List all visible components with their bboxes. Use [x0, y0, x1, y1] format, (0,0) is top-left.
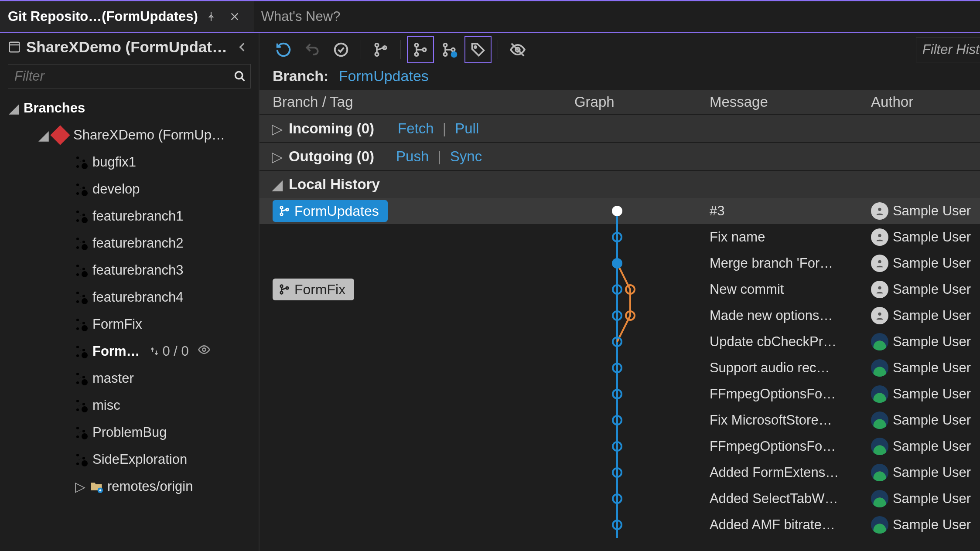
commit-row[interactable]: Added AMF bitrate…Sample User7/21/2023…	[260, 512, 980, 538]
commit-row[interactable]: Added SelectTabW…Sample User7/21/2023…	[260, 486, 980, 512]
undo-icon[interactable]	[299, 36, 326, 63]
sync-link[interactable]: Sync	[450, 148, 482, 165]
branch-item[interactable]: FormFix	[0, 311, 259, 338]
tab-title: Git Reposito…(FormUpdates)	[8, 9, 198, 24]
caret-right-icon: ▷	[272, 120, 283, 137]
filter-input[interactable]	[8, 68, 229, 84]
branch-chip[interactable]: FormUpdates	[273, 200, 388, 222]
commit-row[interactable]: Fix MicrosoftStore…Sample User7/22/2023…	[260, 407, 980, 433]
commit-author: Sample User	[871, 202, 980, 220]
incoming-section[interactable]: ▷ Incoming (0) Fetch | Pull	[260, 115, 980, 142]
branch-value[interactable]: FormUpdates	[339, 68, 429, 84]
eye-icon	[198, 343, 211, 360]
commit-message: Fix MicrosoftStore…	[710, 412, 871, 428]
content-panel: Filter History Branch: FormUpdates Branc…	[260, 33, 980, 551]
chip-label: FormFix	[294, 282, 345, 298]
push-link[interactable]: Push	[396, 148, 429, 165]
commit-row[interactable]: Added FormExtens…Sample User7/21/2023…	[260, 459, 980, 486]
branch-graph-icon[interactable]	[407, 36, 434, 63]
commit-author: Sample User	[871, 464, 980, 481]
avatar-icon	[871, 438, 888, 455]
filter-history-input[interactable]: Filter History	[916, 37, 980, 62]
commit-message: New commit	[710, 282, 871, 297]
col-graph[interactable]: Graph	[574, 94, 710, 110]
branches-node[interactable]: ◢ Branches	[0, 95, 259, 122]
remotes-label: remotes/origin	[107, 479, 193, 494]
commit-row[interactable]: FFmpegOptionsFo…Sample User7/22/2023…	[260, 381, 980, 407]
commit-author: Sample User	[871, 307, 980, 324]
svg-point-41	[878, 286, 881, 289]
branch-item[interactable]: featurebranch1	[0, 203, 259, 230]
branch-item[interactable]: featurebranch2	[0, 230, 259, 257]
col-message[interactable]: Message	[710, 94, 871, 110]
commit-row[interactable]: Fix nameSample User8/14/2023…	[260, 224, 980, 250]
avatar-icon	[871, 281, 888, 298]
commit-message: Added AMF bitrate…	[710, 517, 871, 533]
branch-icon	[75, 264, 88, 277]
back-chevron-icon[interactable]	[232, 37, 253, 57]
svg-point-12	[444, 53, 447, 56]
sidebar: ShareXDemo (FormUpdat… ◢ Branches ◢ Shar…	[0, 33, 260, 551]
fetch-link[interactable]: Fetch	[398, 120, 434, 137]
svg-rect-0	[10, 42, 20, 52]
branch-item[interactable]: bugfix1	[0, 149, 259, 176]
branch-single-icon[interactable]	[367, 36, 394, 63]
commit-row[interactable]: FFmpegOptionsFo…Sample User7/22/2023…	[260, 433, 980, 459]
eye-off-icon[interactable]	[504, 36, 531, 63]
tag-icon[interactable]	[464, 36, 492, 63]
avatar-icon	[871, 385, 888, 403]
branch-label: Form…	[92, 344, 140, 359]
outgoing-section[interactable]: ▷ Outgoing (0) Push | Sync	[260, 143, 980, 170]
close-icon[interactable]	[224, 6, 245, 27]
commit-row[interactable]: Update cbCheckPr…Sample User7/30/2023…	[260, 329, 980, 355]
branch-tree: ◢ Branches ◢ ShareXDemo (FormUp… bugfix1…	[0, 92, 259, 551]
pin-icon[interactable]	[201, 6, 222, 27]
commit-row[interactable]: Made new options…Sample User8/10/2023…	[260, 303, 980, 329]
branch-item[interactable]: misc	[0, 392, 259, 419]
branch-label: featurebranch4	[92, 289, 184, 305]
commit-author: Sample User	[871, 438, 980, 455]
commit-row[interactable]: FormFixNew commitSample User8/10/2023…	[260, 276, 980, 303]
commit-message: Fix name	[710, 229, 871, 245]
grid-header: Branch / Tag Graph Message Author Date	[260, 90, 980, 114]
branch-item[interactable]: develop	[0, 176, 259, 203]
branch-item[interactable]: SideExploration	[0, 446, 259, 473]
branch-chip[interactable]: FormFix	[273, 279, 354, 300]
tab-git-repository[interactable]: Git Reposito…(FormUpdates)	[0, 1, 253, 32]
col-branch-tag[interactable]: Branch / Tag	[273, 94, 574, 110]
check-circle-icon[interactable]	[328, 36, 355, 63]
commit-row[interactable]: FormUpdates#3Sample User8/18/2023…	[260, 198, 980, 224]
svg-point-9	[415, 53, 418, 56]
tab-whats-new[interactable]: What's New?	[253, 1, 348, 32]
branch-icon	[75, 237, 88, 250]
commit-row[interactable]: Support audio rec…Sample User7/23/2023…	[260, 355, 980, 381]
branch-remote-icon[interactable]	[436, 36, 463, 63]
branch-item[interactable]: featurebranch4	[0, 284, 259, 311]
filter-box[interactable]	[8, 64, 251, 88]
refresh-icon[interactable]	[270, 36, 297, 63]
avatar-icon	[871, 202, 888, 220]
pull-link[interactable]: Pull	[455, 120, 479, 137]
filter-history-placeholder: Filter History	[922, 42, 980, 58]
commit-author: Sample User	[871, 490, 980, 507]
branch-item[interactable]: master	[0, 365, 259, 392]
remotes-node[interactable]: ▷ remotes/origin	[0, 473, 259, 500]
svg-point-35	[878, 208, 881, 211]
toolbar-separator	[498, 40, 498, 59]
local-history-section[interactable]: ◢ Local History	[260, 171, 980, 198]
svg-point-5	[375, 44, 379, 47]
avatar-icon	[871, 255, 888, 272]
avatar-icon	[871, 228, 888, 246]
branch-label: ProblemBug	[92, 425, 167, 440]
caret-down-icon: ◢	[38, 127, 49, 143]
branch-item[interactable]: ProblemBug	[0, 419, 259, 446]
branch-item[interactable]: Form…0 / 0	[0, 338, 259, 365]
branch-item[interactable]: featurebranch3	[0, 257, 259, 284]
repo-node[interactable]: ◢ ShareXDemo (FormUp…	[0, 122, 259, 149]
svg-point-14	[451, 51, 458, 58]
col-author[interactable]: Author	[871, 94, 980, 110]
repo-icon	[8, 41, 21, 54]
search-icon[interactable]	[229, 66, 250, 87]
commit-row[interactable]: Merge branch 'For…Sample User8/10/2023…	[260, 250, 980, 276]
commit-message: #3	[710, 203, 871, 219]
